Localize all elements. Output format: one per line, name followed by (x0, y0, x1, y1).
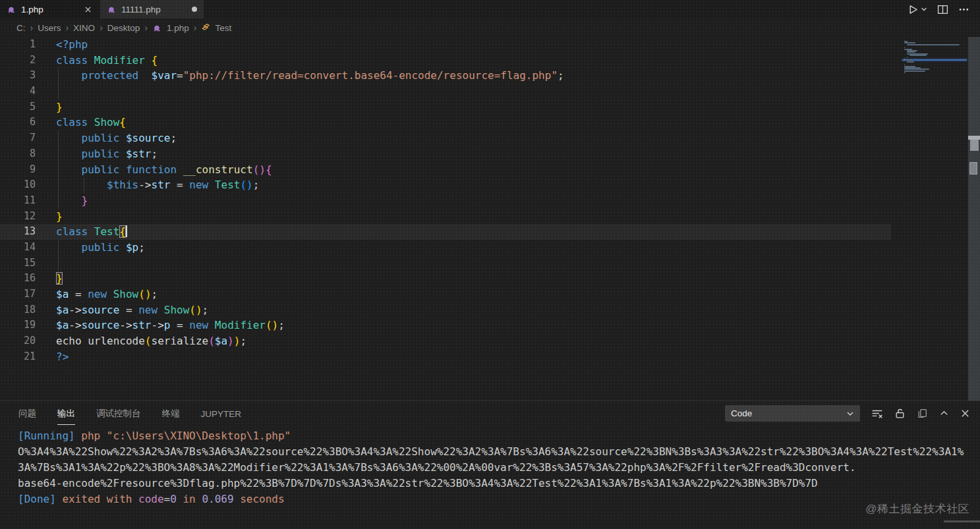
indent-guide (58, 130, 59, 146)
minimap-line (904, 64, 905, 65)
line-number: 11 (0, 193, 36, 209)
panel-tab-debug-console[interactable]: 调试控制台 (96, 402, 141, 425)
code-line[interactable]: 5} (0, 99, 891, 115)
breadcrumb-item[interactable]: Test (215, 23, 231, 33)
minimap[interactable] (902, 38, 967, 399)
code-line[interactable]: 19$a->source->str->p = new Modifier(); (0, 318, 891, 333)
code-line[interactable]: 7 public $source; (0, 130, 891, 146)
chevron-down-icon (846, 410, 854, 418)
line-number: 7 (0, 130, 36, 146)
output-channel-select[interactable]: Code (725, 405, 860, 422)
breadcrumb-item[interactable]: C: (16, 23, 26, 33)
code-line[interactable]: 15 (0, 256, 891, 271)
line-number: 20 (0, 333, 36, 349)
tab-11111-php[interactable]: 11111.php (100, 0, 204, 18)
code-line[interactable]: 4 (0, 84, 891, 99)
minimap-line (907, 61, 914, 63)
panel-header: 问题输出调试控制台终端JUPYTER Code (0, 401, 980, 426)
code-line[interactable]: 11 } (0, 193, 891, 209)
code-line[interactable]: 14 public $p; (0, 240, 891, 256)
editor-scrollbar[interactable] (968, 37, 980, 401)
tab-1-php[interactable]: 1.php (0, 0, 99, 18)
line-number: 5 (0, 99, 36, 115)
code-editor[interactable]: 1<?php2class Modifier {3 protected $var=… (0, 37, 980, 401)
line-number: 1 (0, 37, 36, 53)
code-line[interactable]: 8 public $str; (0, 146, 891, 162)
code-line[interactable]: 17$a = new Show(); (0, 287, 891, 302)
line-number: 19 (0, 318, 36, 333)
line-number: 6 (0, 115, 36, 130)
line-number: 10 (0, 177, 36, 193)
breadcrumb-separator: › (194, 22, 197, 33)
panel-tab-terminal[interactable]: 终端 (162, 402, 180, 425)
output-line: [Done] exited with code=0 in 0.069 secon… (18, 491, 980, 507)
close-icon[interactable] (84, 5, 92, 14)
open-output-in-editor-icon[interactable] (917, 408, 928, 419)
indent-guide (58, 256, 59, 271)
breadcrumb-separator: › (100, 22, 103, 33)
tab-label: 11111.php (121, 5, 161, 14)
minimap-line (907, 44, 960, 45)
line-number: 17 (0, 287, 36, 302)
breadcrumb-item[interactable]: Users (38, 23, 61, 33)
panel-tab-problems[interactable]: 问题 (18, 402, 36, 425)
text-cursor (126, 225, 127, 237)
line-number: 8 (0, 146, 36, 162)
run-button[interactable] (908, 4, 927, 15)
split-editor-icon[interactable] (937, 4, 948, 15)
clear-output-icon[interactable] (871, 408, 883, 420)
code-line[interactable]: 2class Modifier { (0, 53, 891, 69)
line-number: 21 (0, 349, 36, 365)
unlock-scroll-icon[interactable] (894, 408, 906, 419)
indent-guide (58, 177, 59, 193)
breadcrumb: C:›Users›XINO›Desktop› 1.php› Test (0, 18, 980, 37)
chevron-down-icon (921, 6, 927, 13)
minimap-line (904, 59, 912, 61)
maximize-panel-icon[interactable] (939, 408, 949, 418)
output-log[interactable]: [Running] php "c:\Users\XINO\Desktop\1.p… (0, 426, 980, 507)
more-actions-icon[interactable] (958, 4, 969, 15)
indent-guide (84, 177, 84, 193)
modified-dot-icon[interactable] (192, 7, 197, 12)
bottom-panel: 问题输出调试控制台终端JUPYTER Code [Running] php " (0, 401, 980, 529)
code-line[interactable]: 9 public function __construct(){ (0, 162, 891, 178)
code-line[interactable]: 12} (0, 209, 891, 225)
line-number: 4 (0, 84, 36, 99)
code-line[interactable]: 3 protected $var="php://filter/read=conv… (0, 68, 891, 84)
output-channel-value: Code (731, 408, 752, 418)
minimap-highlight (902, 59, 967, 61)
code-line[interactable]: 20echo urlencode(serialize($a)); (0, 333, 891, 349)
minimap-line (904, 72, 906, 73)
output-line: [Running] php "c:\Users\XINO\Desktop\1.p… (18, 428, 980, 444)
panel-tab-bar: 问题输出调试控制台终端JUPYTER (18, 402, 241, 425)
line-number: 3 (0, 68, 36, 84)
code-line[interactable]: 16} (0, 271, 891, 287)
code-line[interactable]: 21?> (0, 349, 891, 365)
close-panel-icon[interactable] (960, 408, 970, 418)
indent-guide (58, 84, 59, 99)
code-line[interactable]: 13class Test{ (0, 224, 891, 240)
breadcrumb-separator: › (30, 22, 34, 33)
php-icon (152, 23, 162, 33)
line-number: 9 (0, 162, 36, 178)
class-icon (201, 23, 210, 32)
panel-tab-jupyter[interactable]: JUPYTER (201, 403, 242, 424)
indent-guide (58, 240, 59, 256)
line-number: 16 (0, 271, 36, 287)
breadcrumb-item[interactable]: XINO (73, 23, 95, 33)
code-line[interactable]: 1<?php (0, 37, 891, 53)
code-line[interactable]: 10 $this->str = new Test(); (0, 177, 891, 193)
output-line: O%3A4%3A%22Show%22%3A2%3A%7Bs%3A6%3A%22s… (18, 444, 980, 460)
editor-actions (908, 0, 980, 18)
breadcrumb-item[interactable]: 1.php (167, 23, 189, 33)
code-line[interactable]: 6class Show{ (0, 115, 891, 130)
panel-horizontal-scrollbar[interactable] (944, 520, 980, 522)
output-line: 3A%7Bs%3A1%3A%22p%22%3BO%3A8%3A%22Modifi… (18, 460, 980, 476)
minimap-line (904, 70, 925, 72)
editor-tab-bar: 1.php 11111.php (0, 0, 980, 18)
line-number: 12 (0, 209, 36, 225)
breadcrumb-separator: › (144, 22, 148, 33)
breadcrumb-item[interactable]: Desktop (107, 23, 140, 33)
code-line[interactable]: 18$a->source = new Show(); (0, 302, 891, 318)
panel-tab-output[interactable]: 输出 (57, 402, 75, 425)
